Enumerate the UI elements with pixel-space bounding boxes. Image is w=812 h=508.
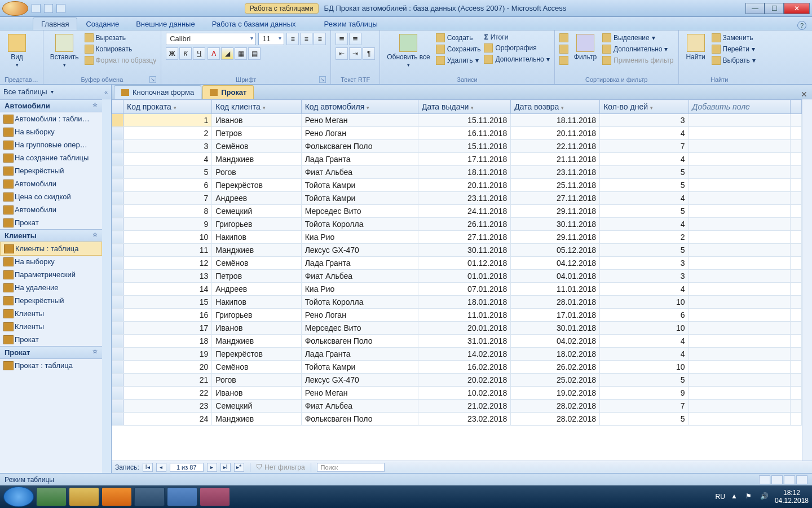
numbering-button[interactable]: ≣ [349,33,361,45]
row-selector[interactable] [112,296,123,309]
nav-group-header[interactable]: Прокат☆ [0,346,102,359]
row-selector[interactable] [112,361,123,374]
table-row[interactable]: 7АндреевТойота Камри23.11.201827.11.2018… [112,192,802,205]
row-selector[interactable] [112,322,123,335]
table-row[interactable]: 13ПетровФиат Альбеа01.01.201804.01.20183 [112,270,802,283]
table-row[interactable]: 5РоговФиат Альбеа18.11.201823.11.20185 [112,166,802,179]
table-row[interactable]: 1ИвановРено Меган15.11.201818.11.20183 [112,114,802,127]
row-selector[interactable] [112,400,123,413]
start-button[interactable] [3,487,34,507]
table-row[interactable]: 18МанджиевФольксваген Поло31.01.201804.0… [112,335,802,348]
taskbar-media[interactable] [102,487,132,506]
close-button[interactable]: ✕ [784,3,810,14]
taskbar-access[interactable] [200,487,230,506]
paste-button[interactable]: Вставить▾ [48,33,81,69]
nav-item[interactable]: На выборку [0,255,102,268]
nav-first-button[interactable]: I◂ [143,463,153,472]
table-row[interactable]: 21РоговЛексус GX-47020.02.201825.02.2018… [112,374,802,387]
nav-item[interactable]: Цена со скидкой [0,190,102,203]
table-row[interactable]: 4МанджиевЛада Гранта17.11.201821.11.2018… [112,153,802,166]
underline-button[interactable]: Ч [193,47,205,60]
nav-item[interactable]: Автомобили [0,177,102,190]
refresh-button[interactable]: Обновить все▾ [385,33,433,69]
datasheet[interactable]: Код проката ▾Код клиента ▾Код автомобиля… [112,99,802,461]
table-row[interactable]: 10НакиповКиа Рио27.11.201829.11.20182 [112,231,802,244]
table-row[interactable]: 22ИвановРено Меган10.02.201819.02.20189 [112,387,802,400]
nav-item[interactable]: На удаление [0,281,102,294]
select-button[interactable]: Выбрать ▾ [712,55,756,65]
minimize-button[interactable]: — [745,3,765,14]
toggle-filter-button[interactable]: Применить фильтр [602,55,673,65]
column-header[interactable]: Дата выдачи ▾ [418,100,511,114]
row-selector[interactable] [112,205,123,218]
table-row[interactable]: 20СемёновТойота Камри16.02.201826.02.201… [112,361,802,374]
table-row[interactable]: 8СемецкийМерседес Вито24.11.201829.11.20… [112,205,802,218]
tab-external[interactable]: Внешние данные [127,17,204,30]
qat-save-icon[interactable] [32,4,41,13]
format-painter-button[interactable]: Формат по образцу [85,55,157,65]
row-selector[interactable] [112,283,123,296]
sort-asc-button[interactable] [559,33,568,43]
table-row[interactable]: 23СемецкийФиат Альбеа21.02.201828.02.201… [112,400,802,413]
nav-item[interactable]: Автомобили : табли… [0,112,102,125]
taskbar-app-1[interactable] [36,487,67,506]
gridlines-button[interactable]: ▦ [235,47,247,60]
goto-button[interactable]: Перейти ▾ [712,44,756,54]
nav-item[interactable]: Прокат : таблица [0,359,102,372]
column-header[interactable]: Код клиента ▾ [212,100,301,114]
nav-item[interactable]: На выборку [0,125,102,138]
font-color-button[interactable]: А [208,47,220,60]
align-left-button[interactable]: ≡ [286,33,299,45]
outdent-button[interactable]: ⇤ [336,47,348,60]
font-size-combo[interactable]: 11 [258,33,284,45]
tab-datasheet[interactable]: Режим таблицы [316,17,386,30]
sort-desc-button[interactable] [559,44,568,54]
row-selector[interactable] [112,374,123,387]
save-record-button[interactable]: Сохранить [436,44,481,54]
table-row[interactable]: 17ИвановМерседес Вито20.01.201830.01.201… [112,322,802,335]
nav-item[interactable]: Клиенты [0,320,102,333]
table-row[interactable]: 2ПетровРено Логан16.11.201820.11.20184 [112,127,802,140]
column-header[interactable]: Код автомобиля ▾ [301,100,418,114]
italic-button[interactable]: К [179,47,192,60]
indent-button[interactable]: ⇥ [349,47,361,60]
ltr-button[interactable]: ¶ [363,47,375,60]
nav-next-button[interactable]: ▸ [207,463,217,472]
row-selector[interactable] [112,231,123,244]
add-field-column[interactable]: Добавить поле [689,100,790,114]
tab-dbtools[interactable]: Работа с базами данных [204,17,304,30]
help-icon[interactable]: ? [797,21,806,30]
taskbar-word[interactable] [167,487,197,506]
table-row[interactable]: 3СемёновФольксваген Поло15.11.201822.11.… [112,140,802,153]
view-pivot-button[interactable] [771,475,783,484]
nav-item[interactable]: Параметрический [0,268,102,281]
alt-row-button[interactable]: ▤ [248,47,261,60]
table-row[interactable]: 11МанджиевЛексус GX-47030.11.201805.12.2… [112,244,802,257]
tray-action-icon[interactable]: ⚑ [745,492,754,501]
table-row[interactable]: 24МанджиевФольксваген Поло23.02.201828.0… [112,413,802,426]
nav-item[interactable]: Перекрёстный [0,294,102,307]
totals-button[interactable]: Σ Итоги [484,33,549,42]
clipboard-launcher[interactable]: ↘ [149,76,156,83]
tray-sound-icon[interactable]: 🔊 [760,492,769,501]
nav-pane-header[interactable]: Все таблицы▾ « [0,85,111,99]
copy-button[interactable]: Копировать [85,44,157,54]
view-design-button[interactable] [796,475,807,484]
nav-item[interactable]: Перекрёстный [0,164,102,177]
table-row[interactable]: 6ПерекрёстовТойота Камри20.11.201825.11.… [112,179,802,192]
taskbar-chrome[interactable] [134,487,165,506]
nav-scrollbar[interactable] [102,99,111,473]
fill-color-button[interactable]: ◢ [221,47,233,60]
more-records-button[interactable]: Дополнительно ▾ [484,54,549,64]
row-selector[interactable] [112,218,123,231]
column-header[interactable]: Код проката ▾ [123,100,212,114]
nav-item[interactable]: На групповые опер… [0,138,102,151]
row-selector[interactable] [112,335,123,348]
row-selector[interactable] [112,153,123,166]
close-tab-icon[interactable]: ✕ [801,90,807,99]
font-launcher[interactable]: ↘ [319,76,326,83]
tray-lang[interactable]: RU [716,493,725,501]
nav-item[interactable]: Автомобили [0,203,102,216]
column-header[interactable]: Дата возвра ▾ [511,100,600,114]
new-record-button[interactable]: Создать [436,33,481,43]
